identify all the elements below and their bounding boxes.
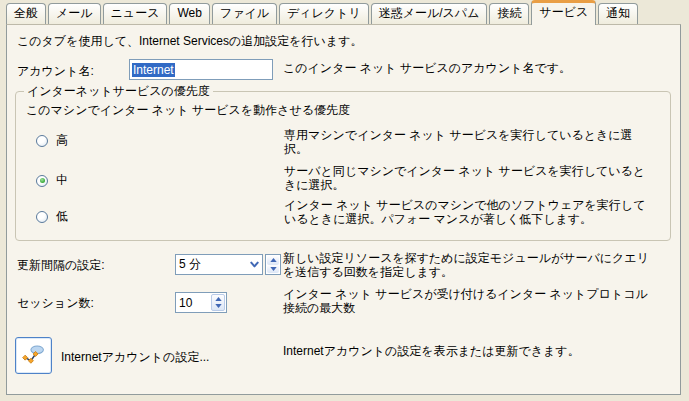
update-interval-label: 更新間隔の設定: bbox=[17, 257, 105, 274]
priority-low-label: 低 bbox=[56, 208, 68, 225]
sessions-label: セッション数: bbox=[17, 295, 94, 312]
spinner-up-icon[interactable] bbox=[212, 295, 224, 303]
tab-bar: 全般 メール ニュース Web ファイル ディレクトリ 迷惑メール/スパム 接続… bbox=[6, 3, 640, 24]
update-interval-combobox[interactable]: 5 分 bbox=[175, 254, 281, 275]
account-name-label: アカウント名: bbox=[17, 63, 94, 80]
network-accounts-icon bbox=[21, 342, 46, 370]
tab-files[interactable]: ファイル bbox=[212, 3, 277, 24]
tab-notifications[interactable]: 通知 bbox=[598, 3, 638, 24]
radio-button-icon[interactable] bbox=[36, 211, 48, 223]
account-name-input[interactable]: Internet bbox=[129, 59, 273, 80]
priority-medium-label: 中 bbox=[56, 172, 68, 189]
sessions-value: 10 bbox=[176, 293, 210, 312]
priority-low-description: インター ネット サービスのマシンで他のソフトウェアを実行しているときに選択。パ… bbox=[284, 198, 648, 226]
update-interval-value: 5 分 bbox=[176, 256, 247, 273]
tab-directory[interactable]: ディレクトリ bbox=[279, 3, 369, 24]
tab-intro-text: このタブを使用して、Internet Servicesの追加設定を行います。 bbox=[17, 33, 362, 50]
tab-services[interactable]: サービス bbox=[531, 0, 596, 25]
radio-button-icon[interactable] bbox=[36, 175, 48, 187]
services-tab-panel: このタブを使用して、Internet Servicesの追加設定を行います。 ア… bbox=[6, 24, 681, 395]
tab-spam[interactable]: 迷惑メール/スパム bbox=[371, 3, 488, 24]
tab-general[interactable]: 全般 bbox=[6, 3, 46, 24]
priority-radio-low[interactable]: 低 bbox=[36, 208, 68, 225]
tab-news[interactable]: ニュース bbox=[103, 3, 168, 24]
sessions-description: インター ネット サービスが受け付けるインター ネットプロトコル接続の最大数 bbox=[283, 287, 655, 315]
update-interval-spinner[interactable] bbox=[265, 254, 281, 275]
priority-high-label: 高 bbox=[56, 132, 68, 149]
priority-radio-high[interactable]: 高 bbox=[36, 132, 68, 149]
tab-connection[interactable]: 接続 bbox=[489, 3, 529, 24]
spinner-up-icon[interactable] bbox=[267, 256, 279, 265]
priority-radio-medium[interactable]: 中 bbox=[36, 172, 68, 189]
update-interval-description: 新しい設定リソースを探すために設定モジュールがサーバにクエリを送信する回数を指定… bbox=[283, 251, 655, 279]
priority-high-description: 専用マシンでインター ネット サービスを実行しているときに選択。 bbox=[284, 128, 648, 156]
radio-button-icon[interactable] bbox=[36, 135, 48, 147]
priority-medium-description: サーバと同じマシンでインター ネット サービスを実行しているときに選択。 bbox=[284, 164, 648, 192]
internet-accounts-button-label: Internetアカウントの設定... bbox=[61, 349, 209, 366]
account-name-description: このインター ネット サービスのアカウント名です。 bbox=[283, 61, 663, 75]
internet-accounts-description: Internetアカウントの設定を表示または更新できます。 bbox=[283, 344, 673, 358]
chevron-down-icon[interactable] bbox=[247, 259, 262, 270]
tab-web[interactable]: Web bbox=[169, 3, 209, 24]
internet-accounts-button[interactable] bbox=[15, 337, 52, 374]
account-name-value: Internet bbox=[132, 63, 175, 77]
spinner-down-icon[interactable] bbox=[267, 265, 279, 274]
sessions-stepper[interactable]: 10 bbox=[175, 292, 227, 313]
priority-caption: このマシンでインター ネット サービスを動作させる優先度 bbox=[26, 102, 350, 119]
priority-groupbox: インターネットサービスの優先度 このマシンでインター ネット サービスを動作させ… bbox=[15, 91, 671, 241]
priority-groupbox-legend: インターネットサービスの優先度 bbox=[24, 83, 213, 100]
spinner-down-icon[interactable] bbox=[212, 303, 224, 311]
tab-mail[interactable]: メール bbox=[48, 3, 101, 24]
